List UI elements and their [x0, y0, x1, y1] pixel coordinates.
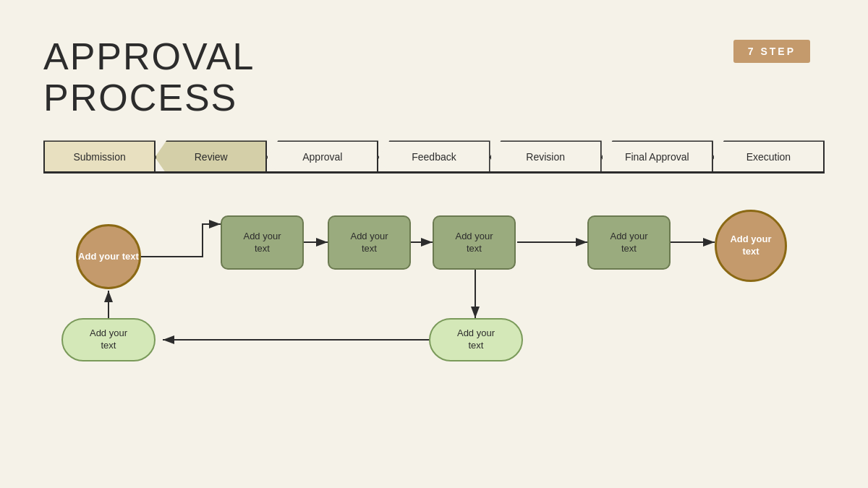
rect-node-3[interactable]: Add yourtext — [433, 215, 516, 270]
page-title: APPROVAL PROCESS — [43, 36, 825, 119]
circle-start-node[interactable]: Add your text — [76, 224, 141, 289]
step-feedback[interactable]: Feedback — [378, 140, 490, 174]
progress-bar: Submission Review Approval Feedback Revi… — [43, 140, 825, 174]
step-submission[interactable]: Submission — [43, 140, 156, 174]
step-approval[interactable]: Approval — [266, 140, 378, 174]
steps-container: Submission Review Approval Feedback Revi… — [43, 140, 825, 174]
step-review[interactable]: Review — [155, 140, 267, 174]
circle-end-node[interactable]: Add yourtext — [715, 210, 787, 282]
step-execution[interactable]: Execution — [712, 140, 825, 174]
flow-diagram: Add your text Add yourtext Add yourtext … — [43, 202, 825, 434]
rect-node-1[interactable]: Add yourtext — [221, 215, 304, 270]
rounded-rect-node-2[interactable]: Add yourtext — [429, 318, 523, 361]
step-revision[interactable]: Revision — [490, 140, 602, 174]
rect-node-2[interactable]: Add yourtext — [328, 215, 411, 270]
page: APPROVAL PROCESS 7 STEP Submission Revie… — [0, 0, 868, 488]
rounded-rect-node-1[interactable]: Add yourtext — [61, 318, 156, 361]
step-final-approval[interactable]: Final Approval — [601, 140, 713, 174]
rect-node-4[interactable]: Add yourtext — [587, 215, 671, 270]
step-badge: 7 STEP — [733, 40, 810, 63]
